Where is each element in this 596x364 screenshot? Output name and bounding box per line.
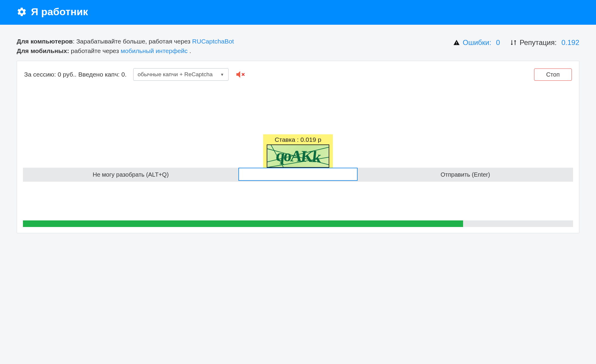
mobile-text-after: .	[188, 47, 191, 54]
reputation-stat: Репутация: 0.192	[510, 38, 579, 47]
action-row: Не могу разобрать (ALT+Q) Отправить (Ent…	[23, 168, 573, 182]
warning-icon	[453, 39, 460, 46]
session-stats: За сессию: 0 руб.. Введено капч: 0.	[24, 71, 127, 78]
errors-stat: Ошибки: 0	[453, 38, 500, 47]
caret-down-icon: ▼	[220, 72, 224, 77]
page-title: Я работник	[31, 6, 88, 18]
reputation-value: 0.192	[561, 38, 579, 47]
rate-label: Ставка : 0.019 р	[275, 136, 321, 143]
mobile-label: Для мобильных:	[17, 47, 69, 54]
desktop-text: : Зарабатывайте больше, работая через	[73, 38, 192, 45]
mobile-interface-link[interactable]: мобильный интерфейс	[121, 47, 188, 54]
errors-link[interactable]: Ошибки:	[463, 38, 491, 47]
stats-block: Ошибки: 0 Репутация: 0.192	[453, 37, 579, 47]
work-panel: За сессию: 0 руб.. Введено капч: 0. обыч…	[17, 61, 579, 233]
mode-selected-text: обычные капчи + ReCaptcha	[138, 71, 213, 78]
submit-button[interactable]: Отправить (Enter)	[358, 168, 573, 182]
sort-icon	[510, 39, 517, 46]
rucaptchabot-link[interactable]: RUCaptchaBot	[192, 38, 234, 45]
info-text-block: Для компьютеров: Зарабатывайте больше, р…	[17, 37, 234, 55]
captcha-mode-select[interactable]: обычные капчи + ReCaptcha ▼	[133, 68, 229, 81]
gear-icon	[17, 7, 27, 17]
rate-badge: Ставка : 0.019 р qoAKk	[263, 134, 333, 168]
stop-button[interactable]: Стоп	[534, 69, 572, 81]
progress-bar	[23, 220, 573, 227]
panel-top-row: За сессию: 0 руб.. Введено капч: 0. обыч…	[23, 68, 573, 81]
page-header: Я работник	[0, 0, 596, 25]
answer-input[interactable]	[238, 168, 358, 181]
progress-fill	[23, 220, 463, 227]
errors-value: 0	[496, 38, 500, 47]
captcha-area: Ставка : 0.019 р qoAKk Не могу разобрать…	[23, 134, 573, 182]
sound-muted-icon[interactable]	[235, 69, 245, 80]
top-info-bar: Для компьютеров: Зарабатывайте больше, р…	[0, 25, 596, 61]
reputation-label: Репутация:	[520, 38, 557, 47]
desktop-label: Для компьютеров	[17, 38, 73, 45]
mobile-text: работайте через	[69, 47, 121, 54]
cant-read-button[interactable]: Не могу разобрать (ALT+Q)	[23, 168, 238, 182]
captcha-image: qoAKk	[267, 144, 329, 168]
